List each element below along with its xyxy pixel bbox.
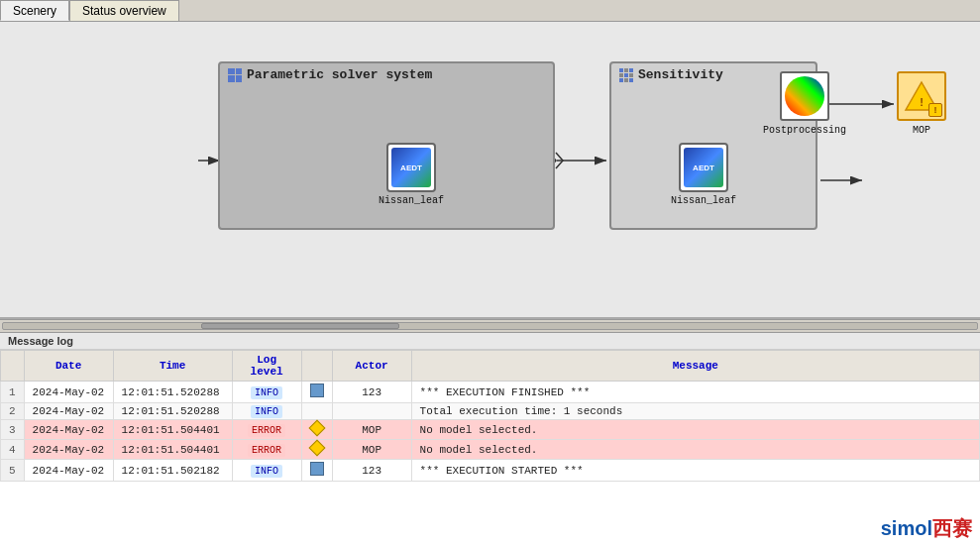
table-row: 42024-May-0212:01:51.504401ERRORMOPNo mo… — [1, 440, 980, 460]
message-log-header: Message log — [0, 333, 980, 350]
table-row: 32024-May-0212:01:51.504401ERRORMOPNo mo… — [1, 420, 980, 440]
col-header-date[interactable]: Date — [24, 351, 113, 382]
sensitivity-node[interactable]: AEDT Nissan_leaf — [671, 143, 736, 206]
col-header-message[interactable]: Message — [411, 351, 979, 382]
col-header-time[interactable]: Time — [113, 351, 232, 382]
row-actor — [332, 403, 411, 420]
param-node-label: Nissan_leaf — [379, 195, 444, 206]
diamond-icon — [308, 420, 325, 437]
sensitivity-node-label: Nissan_leaf — [671, 195, 736, 206]
row-date: 2024-May-02 — [24, 382, 113, 403]
param-solver-node[interactable]: AEDT Nissan_leaf — [379, 143, 444, 206]
row-time: 12:01:51.504401 — [113, 440, 232, 460]
row-actor-icon — [301, 460, 332, 482]
row-time: 12:01:51.504401 — [113, 420, 232, 440]
table-row: 12024-May-0212:01:51.520288INFO123*** EX… — [1, 382, 980, 403]
grid-icon — [310, 462, 324, 476]
row-date: 2024-May-02 — [24, 460, 113, 482]
param-aedt-icon[interactable]: AEDT — [386, 143, 436, 192]
sensitivity-aedt-icon[interactable]: AEDT — [679, 143, 728, 192]
canvas-area: Parametric solver system AEDT Nissan_lea… — [0, 22, 980, 319]
log-level-badge: INFO — [251, 465, 282, 478]
log-level-badge: INFO — [251, 405, 282, 418]
log-level-badge: INFO — [251, 386, 282, 399]
row-actor-icon — [301, 420, 332, 440]
mop-label: MOP — [913, 125, 930, 136]
col-header-actor[interactable]: Actor — [332, 351, 411, 382]
svg-text:!: ! — [920, 96, 924, 108]
scrollbar-thumb[interactable] — [201, 323, 399, 329]
row-actor: MOP — [332, 440, 411, 460]
row-time: 12:01:51.520288 — [113, 382, 232, 403]
chevron-param-out2 — [556, 153, 563, 168]
col-header-level[interactable]: Log level — [232, 351, 301, 382]
row-message: *** EXECUTION FINISHED *** — [411, 382, 979, 403]
row-message: Total execution time: 1 seconds — [411, 403, 979, 420]
row-log-level: INFO — [232, 403, 301, 420]
postprocessing-icon[interactable] — [780, 71, 829, 121]
row-log-level: INFO — [232, 460, 301, 482]
simol-watermark: simol西赛 — [881, 515, 972, 542]
row-time: 12:01:51.520288 — [113, 403, 232, 420]
row-actor-icon — [301, 382, 332, 403]
grid-icon — [310, 383, 324, 397]
log-level-badge: ERROR — [248, 444, 285, 457]
tab-scenery[interactable]: Scenery — [0, 0, 69, 21]
row-date: 2024-May-02 — [24, 440, 113, 460]
row-actor: MOP — [332, 420, 411, 440]
tab-bar: Scenery Status overview — [0, 0, 980, 22]
mop-node[interactable]: ! ! MOP — [897, 71, 946, 136]
row-log-level: ERROR — [232, 440, 301, 460]
table-row: 52024-May-0212:01:51.502182INFO123*** EX… — [1, 460, 980, 482]
row-log-level: ERROR — [232, 420, 301, 440]
row-actor-icon — [301, 440, 332, 460]
sensitivity-icon — [619, 68, 633, 82]
row-date: 2024-May-02 — [24, 420, 113, 440]
row-actor-icon — [301, 403, 332, 420]
col-header-num — [1, 351, 25, 382]
param-solver-box: Parametric solver system AEDT Nissan_lea… — [218, 61, 555, 230]
workflow-container: Parametric solver system AEDT Nissan_lea… — [0, 32, 980, 319]
row-actor: 123 — [332, 460, 411, 482]
row-num: 4 — [1, 440, 25, 460]
mop-icon[interactable]: ! ! — [897, 71, 946, 121]
aedt-logo: AEDT — [391, 148, 431, 187]
horizontal-scrollbar[interactable] — [0, 319, 980, 333]
row-message: *** EXECUTION STARTED *** — [411, 460, 979, 482]
row-num: 3 — [1, 420, 25, 440]
row-date: 2024-May-02 — [24, 403, 113, 420]
postprocessing-node[interactable]: Postprocessing — [763, 71, 846, 136]
col-header-actor-icon — [301, 351, 332, 382]
row-message: No model selected. — [411, 420, 979, 440]
row-num: 1 — [1, 382, 25, 403]
row-time: 12:01:51.502182 — [113, 460, 232, 482]
postprocessing-colorful — [785, 76, 824, 116]
postprocessing-label: Postprocessing — [763, 125, 846, 136]
log-table: Date Time Log level Actor Message 12024-… — [0, 350, 980, 482]
param-solver-title: Parametric solver system — [220, 63, 553, 86]
param-solver-icon — [228, 68, 242, 82]
scrollbar-track[interactable] — [2, 322, 978, 330]
sensitivity-aedt-logo: AEDT — [684, 148, 723, 187]
table-row: 22024-May-0212:01:51.520288INFOTotal exe… — [1, 403, 980, 420]
row-log-level: INFO — [232, 382, 301, 403]
mop-warning-badge: ! — [928, 103, 942, 117]
row-actor: 123 — [332, 382, 411, 403]
row-num: 2 — [1, 403, 25, 420]
tab-status-overview[interactable]: Status overview — [69, 0, 179, 21]
row-num: 5 — [1, 460, 25, 482]
row-message: No model selected. — [411, 440, 979, 460]
diamond-icon — [308, 440, 325, 457]
tab-status-overview-label: Status overview — [82, 4, 166, 18]
message-log-section: Message log Date Time Log level Actor Me… — [0, 333, 980, 547]
tab-scenery-label: Scenery — [13, 4, 56, 18]
log-level-badge: ERROR — [248, 424, 285, 437]
